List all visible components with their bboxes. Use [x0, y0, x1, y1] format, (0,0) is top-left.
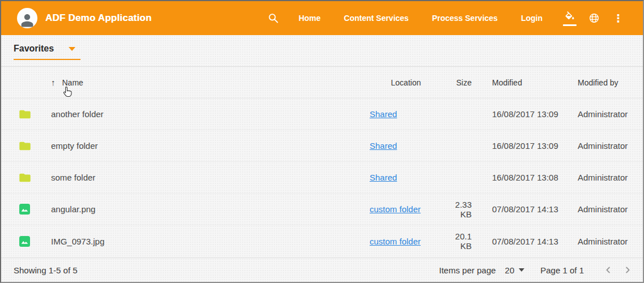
- modified-date: 16/08/2017 13:09: [472, 141, 578, 151]
- file-size: 2.33 KB: [442, 200, 472, 219]
- table-row[interactable]: some folder Shared 16/08/2017 13:08 Admi…: [1, 162, 643, 194]
- modified-date: 16/08/2017 13:08: [472, 173, 578, 182]
- header-actions: Home Content Services Process Services L…: [267, 11, 626, 26]
- showing-range-label: Showing 1-5 of 5: [14, 265, 78, 275]
- modified-by: Administrator: [578, 204, 634, 214]
- page-status-label: Page 1 of 1: [540, 265, 584, 275]
- image-file-icon: [19, 204, 30, 215]
- column-header-name[interactable]: ↑ Name: [51, 78, 370, 87]
- avatar[interactable]: [17, 8, 37, 28]
- location-link[interactable]: Shared: [370, 173, 397, 182]
- app-window: ADF Demo Application Home Content Servic…: [0, 0, 644, 283]
- table-row[interactable]: empty folder Shared 16/08/2017 13:09 Adm…: [1, 130, 643, 162]
- file-name[interactable]: empty folder: [51, 141, 370, 151]
- file-size: 20.1 KB: [442, 231, 472, 251]
- nav-content-services[interactable]: Content Services: [344, 14, 409, 23]
- items-per-page-value: 20: [505, 265, 515, 275]
- file-name[interactable]: another folder: [51, 109, 370, 119]
- app-header: ADF Demo Application Home Content Servic…: [1, 1, 643, 35]
- chevron-down-icon: [69, 47, 75, 51]
- file-name[interactable]: IMG_0973.jpg: [51, 237, 370, 246]
- location-link[interactable]: Shared: [370, 141, 397, 151]
- favorites-label: Favorites: [14, 44, 54, 54]
- chevron-left-icon: [603, 265, 613, 275]
- folder-icon: [19, 173, 31, 183]
- favorites-dropdown[interactable]: Favorites: [14, 41, 80, 60]
- folder-icon: [19, 141, 31, 151]
- items-per-page-label: Items per page: [439, 265, 496, 275]
- table-row[interactable]: another folder Shared 16/08/2017 13:09 A…: [1, 98, 643, 130]
- modified-date: 07/08/2017 14:13: [472, 204, 578, 214]
- location-link[interactable]: Shared: [370, 109, 397, 119]
- chevron-down-icon: [519, 268, 524, 272]
- image-file-icon: [19, 236, 30, 247]
- pagination-bar: Showing 1-5 of 5 Items per page 20 Page …: [1, 258, 643, 282]
- location-link[interactable]: custom folder: [370, 204, 421, 214]
- app-title: ADF Demo Application: [45, 12, 152, 24]
- nav-process-services[interactable]: Process Services: [432, 14, 498, 23]
- tab-bar: Favorites: [1, 35, 643, 67]
- modified-by: Administrator: [578, 141, 634, 151]
- file-name[interactable]: angular.png: [51, 204, 370, 214]
- modified-date: 07/08/2017 14:13: [472, 237, 578, 246]
- search-icon[interactable]: [267, 12, 279, 24]
- file-name[interactable]: some folder: [51, 173, 370, 182]
- paint-bucket-icon: [564, 11, 576, 23]
- modified-date: 16/08/2017 13:09: [472, 109, 578, 119]
- column-header-location[interactable]: Location: [370, 78, 442, 87]
- column-header-size[interactable]: Size: [442, 78, 472, 87]
- nav-home[interactable]: Home: [299, 14, 321, 23]
- table-row[interactable]: IMG_0973.jpg custom folder 20.1 KB 07/08…: [1, 225, 643, 257]
- location-link[interactable]: custom folder: [370, 237, 421, 246]
- modified-by: Administrator: [578, 173, 634, 182]
- nav-login[interactable]: Login: [521, 14, 543, 23]
- language-globe-icon[interactable]: [588, 12, 600, 24]
- pagination-controls: Items per page 20 Page 1 of 1: [439, 263, 635, 277]
- modified-by: Administrator: [578, 109, 634, 119]
- previous-page-button[interactable]: [601, 263, 616, 277]
- column-header-modified-by[interactable]: Modified by: [578, 78, 634, 87]
- chevron-right-icon: [622, 265, 633, 275]
- modified-by: Administrator: [578, 237, 634, 246]
- favorites-table: ↑ Name Location Size Modified Modified b…: [1, 67, 643, 258]
- person-icon: [19, 11, 36, 28]
- table-row[interactable]: angular.png custom folder 2.33 KB 07/08/…: [1, 194, 643, 225]
- column-header-modified[interactable]: Modified: [472, 78, 578, 87]
- items-per-page-select[interactable]: 20: [505, 265, 525, 275]
- sort-ascending-icon[interactable]: ↑: [51, 78, 56, 87]
- kebab-menu-icon[interactable]: ⋮: [611, 13, 626, 24]
- theme-picker-underline: [563, 24, 577, 26]
- next-page-button[interactable]: [620, 263, 635, 277]
- folder-icon: [19, 109, 31, 119]
- table-header-row: ↑ Name Location Size Modified Modified b…: [1, 67, 643, 98]
- theme-picker-button[interactable]: [563, 11, 577, 26]
